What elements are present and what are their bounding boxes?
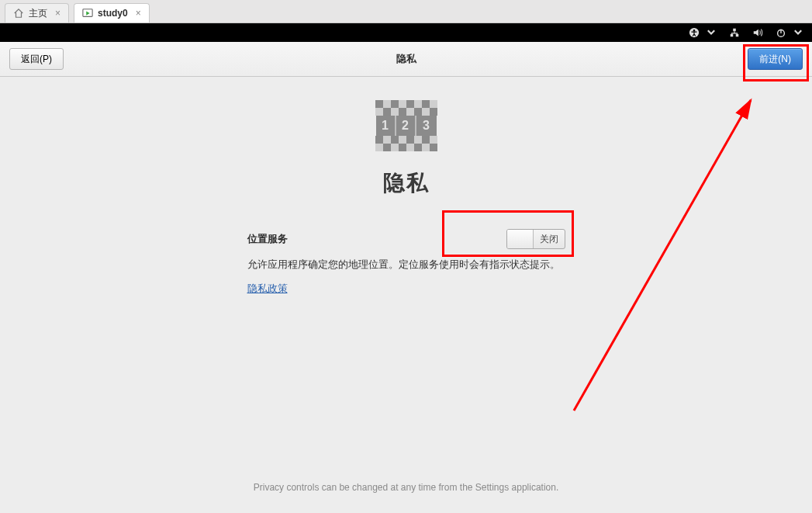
tab-home[interactable]: 主页 ×	[5, 3, 69, 23]
privacy-logo-icon: 1 2 3	[375, 100, 437, 151]
svg-line-8	[574, 100, 751, 411]
caret-down-icon[interactable]	[792, 26, 804, 39]
power-icon[interactable]	[775, 26, 787, 39]
page-body: 1 2 3 隐私 位置服务 关闭 允许应用程序确定您的地理位置。定位服务使用时会…	[0, 77, 812, 513]
vm-icon	[82, 8, 93, 19]
tab-label: study0	[98, 8, 128, 19]
digit-2: 2	[396, 116, 416, 136]
location-service-label: 位置服务	[247, 232, 288, 246]
location-service-toggle[interactable]: 关闭	[506, 229, 565, 249]
page-heading: 隐私	[383, 168, 430, 198]
tab-study0[interactable]: study0 ×	[74, 3, 150, 23]
svg-marker-1	[86, 11, 89, 15]
tab-label: 主页	[29, 7, 47, 20]
headerbar: 返回(P) 隐私 前进(N)	[0, 42, 812, 77]
volume-icon[interactable]	[752, 26, 764, 39]
back-button[interactable]: 返回(P)	[9, 48, 64, 70]
svg-rect-5	[736, 34, 739, 37]
desktop-topbar	[0, 23, 812, 42]
svg-point-3	[693, 29, 696, 32]
annotation-arrow	[543, 77, 799, 426]
home-icon	[13, 8, 24, 19]
caret-down-icon[interactable]	[705, 26, 717, 39]
location-service-description: 允许应用程序确定您的地理位置。定位服务使用时会有指示状态提示。	[247, 258, 565, 272]
accessibility-icon[interactable]	[688, 26, 700, 39]
privacy-policy-link[interactable]: 隐私政策	[247, 282, 288, 296]
toggle-state-label: 关闭	[534, 233, 565, 246]
browser-tabstrip: 主页 × study0 ×	[0, 0, 812, 23]
close-icon[interactable]: ×	[136, 8, 141, 19]
svg-rect-4	[731, 34, 734, 37]
digit-3: 3	[416, 116, 437, 136]
digit-1: 1	[376, 116, 396, 136]
svg-rect-6	[733, 29, 736, 32]
next-button[interactable]: 前进(N)	[748, 48, 803, 70]
network-icon[interactable]	[728, 26, 741, 39]
close-icon[interactable]: ×	[55, 8, 60, 19]
location-service-section: 位置服务 关闭 允许应用程序确定您的地理位置。定位服务使用时会有指示状态提示。 …	[247, 229, 565, 296]
toggle-knob	[507, 230, 534, 248]
footer-note: Privacy controls can be changed at any t…	[0, 482, 812, 493]
header-title: 隐私	[0, 52, 812, 66]
